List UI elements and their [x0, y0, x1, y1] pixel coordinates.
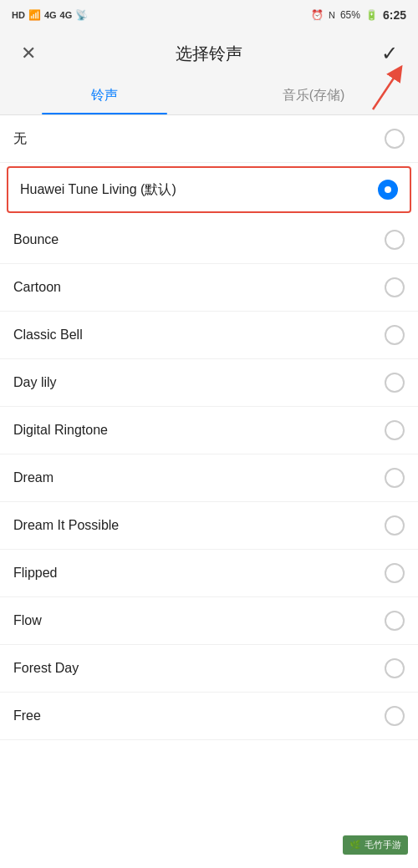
alarm-icon: ⏰ — [311, 9, 324, 21]
status-bar-left: HD 📶 4G 4G 📡 — [12, 9, 88, 21]
signal-bar-icon: 📶 — [28, 9, 41, 21]
radio-button[interactable] — [385, 468, 405, 488]
list-item[interactable]: Flow — [0, 597, 418, 645]
radio-button[interactable] — [385, 420, 405, 440]
status-bar-right: ⏰ N 65% 🔋 6:25 — [311, 8, 406, 22]
radio-button[interactable] — [385, 277, 405, 297]
ringtone-label: Flow — [13, 613, 42, 628]
tabs-container: 铃声 音乐(存储) — [0, 77, 418, 115]
ringtone-label: Bounce — [13, 232, 59, 247]
battery-icon: 🔋 — [365, 9, 378, 21]
ringtone-label: Dream It Possible — [13, 518, 119, 533]
radio-button[interactable] — [385, 129, 405, 149]
radio-button[interactable] — [385, 658, 405, 678]
list-item[interactable]: 无 — [0, 115, 418, 163]
ringtone-label: Flipped — [13, 566, 57, 581]
tab-music[interactable]: 音乐(存储) — [209, 77, 418, 114]
signal-4g-2-icon: 4G — [60, 10, 73, 20]
ringtone-label: Dream — [13, 470, 54, 485]
ringtone-list: 无Huawei Tune Living (默认)BounceCartoonCla… — [0, 115, 418, 740]
network-type-icon: HD — [12, 10, 25, 20]
page-title: 选择铃声 — [176, 43, 242, 65]
ringtone-label: Forest Day — [13, 661, 79, 676]
list-item[interactable]: Flipped — [0, 550, 418, 597]
wifi-icon: 📡 — [75, 9, 88, 21]
radio-button[interactable] — [385, 563, 405, 583]
ringtone-label: Huawei Tune Living (默认) — [20, 181, 176, 199]
list-item[interactable]: Dream — [0, 454, 418, 502]
ringtone-label: Digital Ringtone — [13, 423, 108, 438]
tab-ringtone[interactable]: 铃声 — [0, 77, 209, 114]
close-button[interactable]: ✕ — [13, 38, 43, 69]
radio-button[interactable] — [385, 230, 405, 250]
list-item[interactable]: Forest Day — [0, 645, 418, 693]
list-item[interactable]: Free — [0, 693, 418, 740]
radio-button[interactable] — [385, 611, 405, 631]
ringtone-label: Cartoon — [13, 280, 61, 295]
radio-button[interactable] — [385, 515, 405, 536]
app-header: ✕ 选择铃声 ✓ — [0, 30, 418, 77]
time-display: 6:25 — [383, 8, 406, 22]
ringtone-label: Free — [13, 708, 41, 723]
list-item[interactable]: Cartoon — [0, 264, 418, 312]
radio-button[interactable] — [385, 325, 405, 345]
list-item[interactable]: Huawei Tune Living (默认) — [7, 166, 411, 213]
watermark-icon: 🌿 — [349, 840, 361, 850]
list-item[interactable]: Dream It Possible — [0, 502, 418, 550]
ringtone-label: Day lily — [13, 375, 57, 390]
notification-icon: N — [329, 10, 335, 20]
signal-4g-1-icon: 4G — [44, 10, 57, 20]
watermark-text: 毛竹手游 — [364, 839, 401, 851]
list-item[interactable]: Bounce — [0, 216, 418, 264]
list-item[interactable]: Digital Ringtone — [0, 407, 418, 454]
watermark: 🌿 毛竹手游 — [343, 835, 408, 855]
list-item[interactable]: Day lily — [0, 359, 418, 407]
radio-button[interactable] — [385, 373, 405, 393]
battery-text: 65% — [340, 9, 360, 21]
radio-button[interactable] — [385, 706, 405, 726]
confirm-button[interactable]: ✓ — [375, 38, 405, 69]
status-bar: HD 📶 4G 4G 📡 ⏰ N 65% 🔋 6:25 — [0, 0, 418, 30]
header-wrapper: ✕ 选择铃声 ✓ — [0, 30, 418, 77]
list-item[interactable]: Classic Bell — [0, 312, 418, 359]
ringtone-label: Classic Bell — [13, 327, 83, 343]
ringtone-label: 无 — [13, 130, 27, 148]
radio-button[interactable] — [378, 180, 398, 200]
